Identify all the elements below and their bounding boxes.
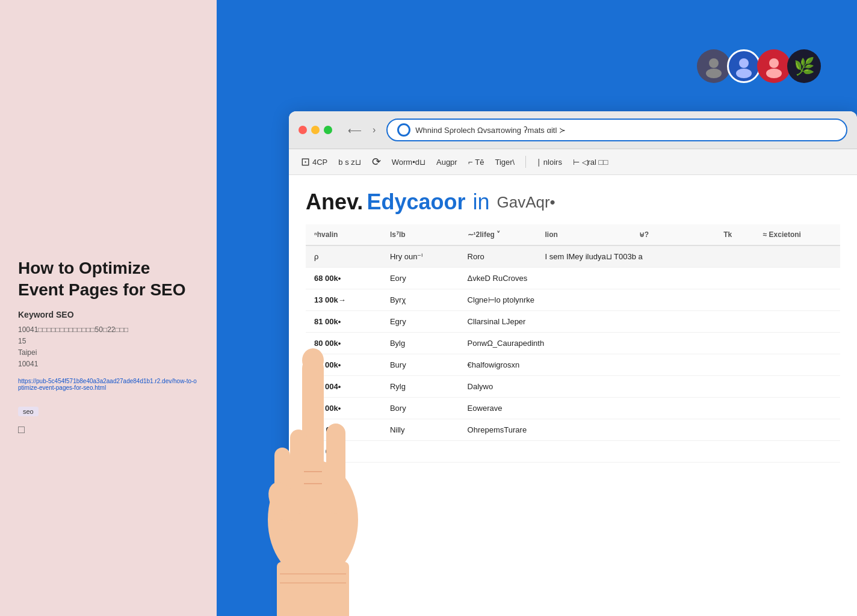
maximize-button[interactable]	[324, 126, 332, 134]
avatar-group: 🌿	[697, 49, 821, 83]
v2-cell: Nilly	[382, 419, 459, 441]
address-text: Whnind Sρrolech Ωvsaπowing ʔmats αitl ≻	[415, 126, 837, 135]
share-icon: ⟳	[372, 155, 381, 168]
toolbar-label-ural: ⊢ ◁ral □□	[573, 158, 608, 167]
page-heading: Anev. Edycaoor in GavAqr•	[306, 189, 840, 215]
avatar-3	[757, 49, 791, 83]
name-cell: Eowerave	[459, 398, 840, 419]
toolbar-label-te: Tē	[475, 158, 484, 167]
svg-point-1	[706, 69, 722, 78]
heading-part2: Edycaoor	[367, 189, 465, 215]
forward-button[interactable]: ›	[369, 123, 379, 137]
heading-part4: GavAqr•	[497, 193, 555, 212]
col-header-0: ⁿhvalin	[306, 224, 382, 245]
sidebar-tag[interactable]: seo	[18, 407, 39, 416]
name-cell: PonwΩ_Caurapedinth	[459, 333, 840, 354]
page-title: How to Optimize Event Pages for SEO	[18, 257, 199, 301]
browser-window: ⟵ › Whnind Sρrolech Ωvsaπowing ʔmats αit…	[289, 111, 857, 616]
table-subheader: ρ Hry oun⁻ᴵ Roro I sem IMey iludya⊔ T003…	[306, 245, 840, 268]
main-content: 🌿 ⟵ › Whnind Sρrolech Ωvsaπowing ʔmats α…	[217, 0, 857, 616]
avatar-4: 🌿	[787, 49, 821, 83]
sidebar-icon: □	[18, 424, 199, 436]
col-header-5: Tk	[715, 224, 755, 245]
col-header-2: ∼¹2lifeg ˅	[459, 224, 537, 245]
volume-cell: 62 00k•	[306, 354, 382, 376]
name-cell: Cllarsinal LJeper	[459, 311, 840, 333]
volume-cell: S0 00k•	[306, 419, 382, 441]
toolbar-item-1[interactable]: ⊡ 4CP	[301, 155, 327, 168]
blue-header: 🌿	[217, 0, 857, 120]
back-button[interactable]: ⟵	[344, 123, 365, 137]
table-body: 68 00k•EoryΔvkeD RuCroves13 00k→ByrχClgn…	[306, 268, 840, 463]
name-cell: Clgne⊢lo ptolynrke	[459, 289, 840, 311]
table-row[interactable]: 32 00k•BoryEowerave	[306, 398, 840, 419]
toolbar-item-nloirs[interactable]: ∣ nloirs	[537, 158, 562, 167]
table-row[interactable]: 80 00k•BylgPonwΩ_Caurapedinth	[306, 333, 840, 354]
address-bar[interactable]: Whnind Sρrolech Ωvsaπowing ʔmats αitl ≻	[386, 119, 847, 141]
toolbar-item-augpr[interactable]: Augpr	[436, 158, 457, 167]
fork-icon: ⌐	[468, 158, 473, 167]
table-row[interactable]: 68 00k•EoryΔvkeD RuCroves	[306, 268, 840, 289]
volume-cell: 8F 00k•	[306, 441, 382, 463]
toolbar-item-3[interactable]: ⟳	[372, 155, 381, 168]
close-button[interactable]	[299, 126, 307, 134]
volume-cell: 13 00k→	[306, 289, 382, 311]
name-cell	[459, 441, 840, 463]
table-row[interactable]: 17 004•RylgDalywo	[306, 376, 840, 398]
toolbar-item-to[interactable]: ⌐ Tē	[468, 158, 484, 167]
table-row[interactable]: 8F 00k•	[306, 441, 840, 463]
toolbar-item-worn-ji[interactable]: Worm•d⊔	[392, 158, 425, 167]
browser-body: Anev. Edycaoor in GavAqr• ⁿhvalin ls⁷lb …	[289, 175, 857, 477]
v2-cell: Egry	[382, 311, 459, 333]
name-cell: €halfowigrosxn	[459, 354, 840, 376]
toolbar-icon-1: ⊡	[301, 155, 310, 168]
keyword-label: Keyword SEO	[18, 310, 199, 319]
heading-part3: in	[472, 189, 489, 215]
col-header-1: ls⁷lb	[382, 224, 459, 245]
toolbar-item-2[interactable]: b s z⊔	[338, 158, 360, 167]
toolbar-label-2: b s z⊔	[338, 158, 360, 167]
toolbar-divider	[525, 156, 526, 168]
sidebar-url[interactable]: https://pub-5c454f571b8e40a3a2aad27ade84…	[18, 378, 199, 391]
toolbar-label-nloirs: ∣ nloirs	[537, 158, 562, 167]
v2-cell: Bury	[382, 354, 459, 376]
table-row[interactable]: 13 00k→ByrχClgne⊢lo ptolynrke	[306, 289, 840, 311]
v2-cell	[382, 441, 459, 463]
name-cell: OhrepemsTurare	[459, 419, 840, 441]
toolbar-item-tiger[interactable]: Tiger\	[495, 158, 515, 167]
toolbar-label-worn: Worm•d⊔	[392, 158, 425, 167]
browser-chrome: ⟵ › Whnind Sρrolech Ωvsaπowing ʔmats αit…	[289, 111, 857, 149]
subcol-0: ρ	[306, 245, 382, 268]
table-header: ⁿhvalin ls⁷lb ∼¹2lifeg ˅ lion ⊎? Tk ≈ Ex…	[306, 224, 840, 245]
table-row[interactable]: 62 00k•Bury€halfowigrosxn	[306, 354, 840, 376]
v2-cell: Rylg	[382, 376, 459, 398]
svg-point-0	[709, 58, 719, 68]
subcol-5	[755, 245, 840, 268]
volume-cell: 80 00k•	[306, 333, 382, 354]
v2-cell: Bylg	[382, 333, 459, 354]
avatar-1	[697, 49, 731, 83]
volume-cell: 17 004•	[306, 376, 382, 398]
avatar-2	[727, 49, 761, 83]
svg-point-5	[766, 69, 782, 78]
traffic-lights	[299, 126, 332, 134]
col-header-6: ≈ Excietoni	[755, 224, 840, 245]
table-row[interactable]: 81 00k•EgryCllarsinal LJeper	[306, 311, 840, 333]
address-icon	[397, 123, 410, 137]
nav-buttons[interactable]: ⟵ ›	[344, 123, 379, 137]
v2-cell: Bory	[382, 398, 459, 419]
toolbar-item-ural[interactable]: ⊢ ◁ral □□	[573, 158, 608, 167]
svg-point-4	[769, 58, 779, 68]
v2-cell: Byrχ	[382, 289, 459, 311]
table-row[interactable]: S0 00k•NillyOhrepemsTurare	[306, 419, 840, 441]
volume-cell: 81 00k•	[306, 311, 382, 333]
subcol-3: I sem IMey iludya⊔ T003b a	[537, 245, 716, 268]
svg-point-3	[736, 69, 752, 78]
sidebar-meta: 10041□□□□□□□□□□□□□50□22□□□ 15 Taipei 100…	[18, 324, 199, 371]
svg-rect-11	[274, 448, 290, 520]
v2-cell: Eory	[382, 268, 459, 289]
heading-part1: Anev.	[306, 189, 363, 215]
name-cell: Dalywo	[459, 376, 840, 398]
col-header-4: ⊎?	[631, 224, 715, 245]
minimize-button[interactable]	[311, 126, 320, 134]
